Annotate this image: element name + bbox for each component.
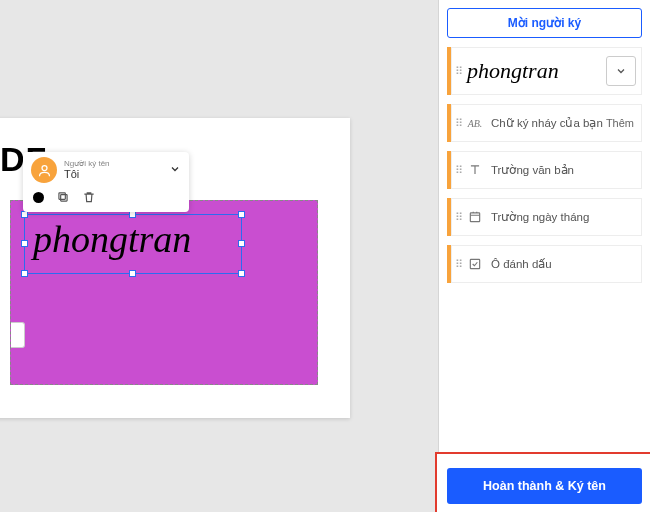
text-icon (467, 163, 483, 177)
signature-selection-box[interactable]: phongtran (24, 214, 242, 274)
resize-handle[interactable] (238, 240, 245, 247)
resize-handle[interactable] (21, 270, 28, 277)
signature-preview: phongtran (465, 58, 606, 84)
canvas-area[interactable]: DF Người ký tên Tôi phon (0, 0, 438, 512)
svg-point-0 (42, 165, 47, 170)
initials-icon: AB. (467, 118, 483, 129)
resize-handle[interactable] (238, 211, 245, 218)
sidebar: Mời người ký ⠿ phongtran ⠿ AB. Chữ ký nh… (438, 0, 650, 512)
resize-handle[interactable] (238, 270, 245, 277)
add-initials-link[interactable]: Thêm (606, 117, 642, 129)
checkbox-field-item[interactable]: ⠿ Ô đánh dấu (447, 245, 642, 283)
footer-callout: Hoàn thành & Ký tên (435, 452, 650, 512)
svg-rect-3 (470, 213, 479, 222)
chevron-down-icon (169, 161, 181, 179)
signer-popover: Người ký tên Tôi (23, 152, 189, 212)
date-field-item[interactable]: ⠿ Trường ngày tháng (447, 198, 642, 236)
duplicate-icon[interactable] (56, 190, 70, 204)
svg-rect-4 (470, 259, 479, 268)
resize-handle[interactable] (129, 270, 136, 277)
color-swatch[interactable] (33, 192, 44, 203)
invite-signer-button[interactable]: Mời người ký (447, 8, 642, 38)
drag-handle-icon[interactable]: ⠿ (451, 65, 465, 78)
field-label-text: Ô đánh dấu (491, 257, 552, 271)
svg-rect-2 (59, 193, 65, 199)
resize-handle[interactable] (21, 240, 28, 247)
field-label-text: Chữ ký nháy của bạn (491, 116, 603, 130)
initials-field-item[interactable]: ⠿ AB. Chữ ký nháy của bạn Thêm (447, 104, 642, 142)
drag-handle-icon[interactable]: ⠿ (451, 117, 465, 130)
person-icon (31, 157, 57, 183)
field-label-text: Trường văn bản (491, 163, 574, 177)
drag-handle-icon[interactable]: ⠿ (451, 258, 465, 271)
drag-handle-icon[interactable]: ⠿ (451, 164, 465, 177)
signer-name: Tôi (64, 168, 169, 180)
delete-icon[interactable] (82, 190, 96, 204)
signer-selector[interactable]: Người ký tên Tôi (23, 152, 189, 184)
text-field-item[interactable]: ⠿ Trường văn bản (447, 151, 642, 189)
signer-toolbar (23, 184, 189, 212)
checkbox-icon (467, 257, 483, 271)
resize-handle[interactable] (21, 211, 28, 218)
signer-role-label: Người ký tên (64, 160, 169, 169)
calendar-icon (467, 210, 483, 224)
signature-text: phongtran (25, 215, 241, 265)
svg-rect-1 (61, 195, 67, 201)
complete-sign-button[interactable]: Hoàn thành & Ký tên (447, 468, 642, 504)
signature-field-item[interactable]: ⠿ phongtran (447, 47, 642, 95)
drag-handle-icon[interactable]: ⠿ (451, 211, 465, 224)
field-tab[interactable] (11, 322, 25, 348)
field-label-text: Trường ngày tháng (491, 210, 589, 224)
resize-handle[interactable] (129, 211, 136, 218)
expand-button[interactable] (606, 56, 636, 86)
